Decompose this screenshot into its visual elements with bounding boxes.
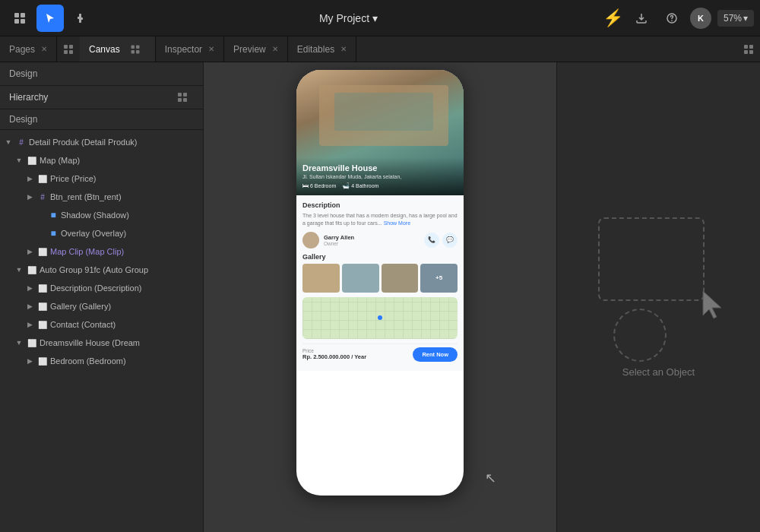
gallery-title: Gallery — [302, 253, 458, 261]
inspector-panel: Select an Object — [556, 62, 760, 532]
svg-rect-2 — [14, 19, 19, 24]
hand-tool-button[interactable] — [67, 5, 94, 32]
sidebar: Design Hierarchy Design ▼ # Detail Produ… — [0, 62, 204, 532]
svg-rect-14 — [749, 45, 753, 49]
cursor-arrow-icon — [700, 290, 727, 324]
tabbar-grid-btn[interactable] — [737, 36, 760, 62]
hash-icon: # — [36, 191, 49, 203]
project-title[interactable]: My Project ▾ — [94, 12, 603, 24]
gallery-item-2[interactable] — [342, 264, 379, 293]
canvas-area[interactable]: ‹ 🔖 Dreamsville House Jl. Sultan Iskanda… — [204, 62, 556, 532]
tree-item-gallery[interactable]: ▶ ⬜ Gallery (Gallery) — [0, 297, 203, 315]
gallery-item-4[interactable]: +5 — [420, 264, 458, 293]
tree-label: Price (Price) — [50, 174, 97, 183]
svg-rect-16 — [749, 50, 753, 54]
gallery-grid: +5 — [302, 264, 458, 293]
svg-rect-20 — [183, 98, 187, 102]
svg-rect-5 — [64, 45, 68, 49]
pages-grid-btn[interactable] — [57, 36, 80, 62]
contact-name: Garry Allen — [324, 234, 420, 241]
svg-rect-11 — [131, 50, 135, 54]
tree-item-autogroup[interactable]: ▼ ⬜ Auto Group 91fc (Auto Group — [0, 261, 203, 279]
svg-rect-7 — [64, 50, 68, 54]
tab-canvas[interactable]: Canvas — [80, 36, 156, 62]
tree-item-map[interactable]: ▼ ⬜ Map (Map) — [0, 151, 203, 169]
contact-row: Garry Allen Owner 📞 💬 — [302, 232, 458, 249]
box-icon: ■ — [47, 227, 59, 239]
dashed-rect — [598, 217, 705, 301]
description-title: Description — [302, 201, 458, 209]
tab-inspector[interactable]: Inspector ✕ — [156, 36, 224, 62]
dashed-circle — [613, 309, 667, 362]
bed-icon: 🛏 — [302, 182, 309, 189]
tab-editables-close[interactable]: ✕ — [340, 45, 347, 53]
tab-preview-close[interactable]: ✕ — [272, 45, 278, 53]
canvas-cursor: ↖ — [485, 470, 496, 486]
svg-rect-12 — [136, 50, 140, 54]
tree-label: Overlay (Overlay) — [61, 229, 126, 238]
tree-area: ▼ # Detail Produk (Detail Produk) ▼ ⬜ Ma… — [0, 130, 203, 532]
tab-pages-close[interactable]: ✕ — [41, 45, 47, 53]
description-text: The 3 level house that has a modern desi… — [302, 212, 458, 227]
contact-info: Garry Allen Owner — [324, 234, 420, 246]
contact-buttons: 📞 💬 — [424, 233, 458, 248]
frame-icon: ⬜ — [26, 337, 38, 349]
tree-label: Contact (Contact) — [50, 320, 116, 329]
tree-label: Shadow (Shadow) — [61, 211, 129, 220]
tree-label: Dreamsville House (Dream — [40, 338, 140, 347]
tab-inspector-close[interactable]: ✕ — [208, 45, 214, 53]
property-hero-image: ‹ 🔖 Dreamsville House Jl. Sultan Iskanda… — [296, 70, 464, 195]
tab-preview[interactable]: Preview ✕ — [224, 36, 288, 62]
help-button[interactable] — [660, 6, 684, 30]
gallery-item-1[interactable] — [302, 264, 340, 293]
phone-inner: ‹ 🔖 Dreamsville House Jl. Sultan Iskanda… — [296, 70, 464, 496]
tree-item-btnrent[interactable]: ▶ # Btn_rent (Btn_rent) — [0, 188, 203, 206]
zoom-control[interactable]: 57% ▾ — [717, 10, 754, 27]
tree-label: Auto Group 91fc (Auto Group — [40, 265, 148, 274]
phone-call-btn[interactable]: 📞 — [424, 233, 439, 248]
frame-icon: ⬜ — [36, 300, 49, 312]
svg-rect-15 — [744, 50, 748, 54]
tree-item-contact[interactable]: ▶ ⬜ Contact (Contact) — [0, 315, 203, 334]
select-object-visual — [598, 217, 720, 331]
tree-item-detail-produk[interactable]: ▼ # Detail Produk (Detail Produk) — [0, 133, 203, 151]
rent-now-button[interactable]: Rent Now — [413, 347, 458, 362]
tree-item-mapclip[interactable]: ▶ ⬜ Map Clip (Map Clip) — [0, 242, 203, 261]
property-title: Dreamsville House — [302, 163, 458, 173]
tab-pages[interactable]: Pages ✕ — [0, 36, 57, 62]
select-tool-button[interactable] — [36, 5, 64, 32]
tree-label: Gallery (Gallery) — [50, 302, 111, 311]
property-info-overlay: Dreamsville House Jl. Sultan Iskandar Mu… — [296, 157, 464, 195]
tree-item-description[interactable]: ▶ ⬜ Description (Description) — [0, 279, 203, 297]
map-area[interactable] — [302, 297, 458, 339]
grid-tool-button[interactable] — [6, 5, 33, 32]
tree-item-price[interactable]: ▶ ⬜ Price (Price) — [0, 169, 203, 188]
chat-btn[interactable]: 💬 — [442, 233, 458, 248]
flutter-icon: ⚡ — [603, 8, 623, 28]
export-button[interactable] — [629, 6, 654, 30]
gallery-item-3[interactable] — [382, 264, 419, 293]
right-toolbar: ⚡ K 57% ▾ — [603, 6, 754, 30]
tree-item-overlay[interactable]: ▶ ■ Overlay (Overlay) — [0, 224, 203, 242]
tree-label: Btn_rent (Btn_rent) — [50, 192, 122, 201]
hierarchy-header: Hierarchy — [0, 86, 203, 109]
hierarchy-label: Hierarchy — [9, 92, 48, 103]
svg-rect-0 — [14, 13, 19, 17]
frame-icon: ⬜ — [36, 318, 49, 331]
property-features: 🛏 6 Bedroom 🛁 4 Bathroom — [302, 182, 458, 189]
tree-item-dreamsville[interactable]: ▼ ⬜ Dreamsville House (Dream — [0, 334, 203, 352]
phone-mockup: ‹ 🔖 Dreamsville House Jl. Sultan Iskanda… — [296, 70, 464, 496]
svg-rect-8 — [69, 50, 73, 54]
hierarchy-grid-btn[interactable] — [171, 92, 194, 103]
canvas-grid-btn[interactable] — [125, 45, 146, 54]
svg-rect-19 — [178, 98, 182, 102]
svg-rect-13 — [744, 45, 748, 49]
tree-item-bedroom[interactable]: ▶ ⬜ Bedroom (Bedroom) — [0, 352, 203, 370]
price-value: Rp. 2.500.000.000 / Year — [302, 353, 366, 360]
tab-editables[interactable]: Editables ✕ — [288, 36, 356, 62]
show-more-link[interactable]: Show More — [384, 220, 410, 226]
svg-rect-9 — [131, 45, 135, 49]
user-avatar[interactable]: K — [690, 8, 711, 29]
tree-item-shadow[interactable]: ▶ ■ Shadow (Shadow) — [0, 206, 203, 224]
price-row: Price Rp. 2.500.000.000 / Year Rent Now — [302, 344, 458, 365]
